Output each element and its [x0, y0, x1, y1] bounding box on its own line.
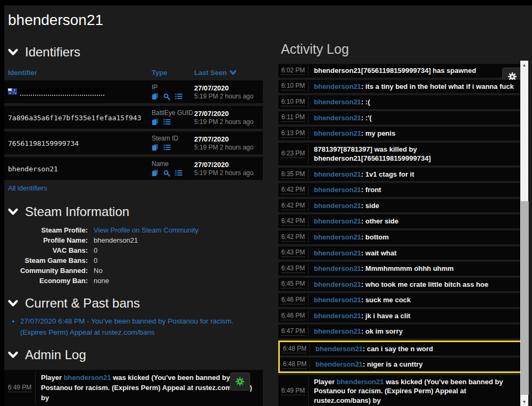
- timestamp-cell: 6:42 PM: [278, 232, 308, 243]
- type-cell: BattlEye GUID: [152, 109, 194, 126]
- scroll-down-icon[interactable]: ▼: [520, 397, 528, 406]
- activity-row: 6:49 PM Player bhenderson21 was kicked (…: [278, 375, 525, 406]
- chevron-down-icon[interactable]: [8, 351, 18, 359]
- activity-row: 6:13 PM bhenderson21: my penis: [278, 127, 525, 140]
- list-icon[interactable]: [175, 93, 182, 100]
- timestamp-cell: 6:13 PM: [278, 128, 308, 139]
- activity-message: bhenderson21: side: [308, 201, 525, 211]
- player-link[interactable]: bhenderson21: [314, 170, 361, 178]
- identifier-value: 7a896a35a6f1e7bf535e1fefaa15f943: [8, 114, 141, 122]
- list-icon[interactable]: [163, 144, 171, 151]
- search-icon[interactable]: [163, 93, 170, 100]
- left-column: bhenderson21 Identifiers Identifier Type…: [4, 5, 263, 406]
- message-text: : other side: [361, 217, 398, 225]
- chevron-down-icon[interactable]: [8, 300, 18, 307]
- redacted-ip-bar: [20, 88, 104, 96]
- player-link[interactable]: bhenderson21: [314, 202, 361, 210]
- page-title: bhenderson21: [8, 12, 263, 29]
- player-link[interactable]: bhenderson21: [337, 378, 384, 386]
- player-link[interactable]: bhenderson21: [314, 233, 361, 241]
- admin-log-section-heading: Admin Log: [8, 347, 263, 362]
- activity-row: 6:42 PM bhenderson21: bottom: [278, 230, 525, 244]
- last-seen-relative: 5:19 PM 2 hours ago: [194, 144, 259, 151]
- message-text: : jk i have a clit: [361, 312, 411, 320]
- player-link[interactable]: bhenderson21: [314, 186, 361, 194]
- scrollbar-thumb[interactable]: [521, 201, 529, 395]
- activity-row: 6:10 PM bhenderson21: its a tiny bed in …: [278, 80, 525, 94]
- type-cell: Name: [152, 160, 194, 177]
- message-text: : ok im sorry: [361, 327, 403, 335]
- admin-log-list: 6:49 PM Player bhenderson21 was kicked (…: [4, 370, 263, 406]
- list-icon[interactable]: [163, 119, 171, 125]
- player-link[interactable]: bhenderson21: [314, 98, 361, 106]
- column-type[interactable]: Type: [152, 69, 194, 77]
- identifier-value: 76561198159999734: [8, 139, 79, 147]
- type-cell: IP: [152, 84, 194, 100]
- timestamp-cell: 6:35 PM: [278, 169, 308, 180]
- player-link[interactable]: bhenderson21: [314, 217, 361, 225]
- steam-info-label: Profile Name:: [8, 236, 88, 244]
- player-link[interactable]: bhenderson21: [314, 327, 361, 335]
- identifier-cell: bhenderson21: [8, 164, 152, 173]
- copy-icon[interactable]: [152, 169, 159, 177]
- activity-message: bhenderson21: can i say the n word: [310, 344, 523, 354]
- timestamp-cell: 6:10 PM: [278, 97, 308, 107]
- bans-section-heading: Current & Past bans: [8, 296, 263, 311]
- copy-icon[interactable]: [152, 144, 159, 151]
- player-link[interactable]: bhenderson21: [314, 82, 361, 90]
- player-link[interactable]: bhenderson21: [315, 345, 363, 353]
- admin-actions-button[interactable]: [230, 372, 250, 391]
- scroll-up-icon[interactable]: ▲: [520, 61, 528, 69]
- player-link[interactable]: bhenderson21: [315, 360, 363, 368]
- identifier-cell: 7a896a35a6f1e7bf535e1fefaa15f943: [8, 113, 152, 122]
- vertical-scrollbar[interactable]: ▲ ▼: [520, 61, 528, 406]
- list-icon[interactable]: [175, 170, 182, 176]
- column-identifier[interactable]: Identifier: [8, 69, 152, 77]
- steam-info-value: bhenderson21: [94, 236, 263, 244]
- sort-desc-icon: [230, 69, 236, 77]
- table-row: IP: [4, 80, 263, 103]
- admin-log-message: Player bhenderson21 was kicked (You've b…: [35, 372, 263, 404]
- identifier-actions: [152, 169, 194, 177]
- player-link[interactable]: bhenderson21: [314, 280, 361, 288]
- chevron-down-icon[interactable]: [8, 208, 18, 216]
- activity-message: bhenderson21: jk i have a clit: [308, 311, 525, 321]
- ban-entry-link[interactable]: 27/07/2020 6:48 PM - You've been banned …: [20, 316, 254, 338]
- timestamp: 6:42 PM: [281, 186, 305, 194]
- timestamp: 6:45 PM: [281, 280, 305, 288]
- activity-message: bhenderson21: who took me crate little b…: [308, 279, 525, 290]
- all-identifiers-link[interactable]: All identifiers: [8, 184, 47, 192]
- timestamp-cell: 6:43 PM: [278, 248, 308, 259]
- player-link[interactable]: bhenderson21: [314, 129, 361, 137]
- player-link[interactable]: bhenderson21: [314, 114, 361, 122]
- search-icon[interactable]: [163, 170, 170, 177]
- activity-message: bhenderson21: its a tiny bed in the hote…: [308, 81, 525, 92]
- timestamp: 6:48 PM: [283, 345, 307, 353]
- last-seen-date: 27/07/2020: [194, 110, 259, 118]
- column-last-seen[interactable]: Last Seen: [194, 69, 263, 77]
- identifiers-table: IP: [4, 80, 263, 180]
- timestamp-cell: 6:45 PM: [278, 279, 308, 290]
- last-seen-relative: 5:19 PM 2 hours ago: [194, 169, 259, 177]
- identifier-value: bhenderson21: [8, 165, 58, 173]
- last-seen-relative: 5:19 PM 2 hours ago: [194, 93, 259, 100]
- last-seen-cell: 27/07/2020 5:19 PM 2 hours ago: [194, 161, 259, 177]
- message-text: : :(: [361, 98, 370, 106]
- player-link[interactable]: bhenderson21: [314, 249, 361, 257]
- player-link[interactable]: bhenderson21: [314, 296, 361, 304]
- activity-rows: 6:49 PM Player bhenderson21 was kicked (…: [278, 375, 525, 406]
- timestamp-cell: 6:48 PM: [280, 344, 310, 354]
- steam-info-label: Steam Profile:: [8, 226, 88, 234]
- player-link[interactable]: bhenderson21: [64, 374, 111, 382]
- table-row: bhenderson21 Name: [4, 157, 263, 180]
- activity-rows: 6:02 PM bhenderson21[76561198159999734] …: [278, 64, 525, 338]
- copy-icon[interactable]: [152, 93, 159, 100]
- steam-info-label: Economy Ban:: [8, 277, 88, 285]
- identifiers-table-header: Identifier Type Last Seen: [4, 69, 263, 80]
- copy-icon[interactable]: [152, 118, 159, 126]
- player-link[interactable]: bhenderson21: [314, 264, 361, 272]
- activity-row: 6:46 PM bhenderson21: jk i have a clit: [278, 309, 525, 323]
- admin-log-row: 6:49 PM Player bhenderson21 was kicked (…: [4, 370, 263, 406]
- player-link[interactable]: bhenderson21: [314, 312, 361, 320]
- chevron-down-icon[interactable]: [8, 48, 18, 56]
